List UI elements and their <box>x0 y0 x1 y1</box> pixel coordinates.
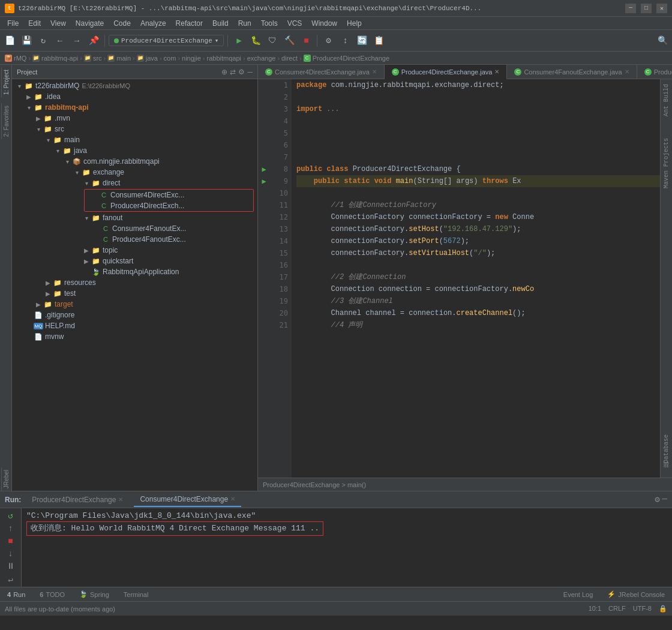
maven-projects-tab[interactable]: Maven Projects <box>662 136 671 191</box>
tree-item-target[interactable]: ▶ 📁 target <box>12 299 257 310</box>
tree-item-package[interactable]: ▾ 📦 com.ningjie.rabbitmqapi <box>12 156 257 167</box>
tree-item-rabbitmq-api[interactable]: ▾ 📁 rabbitmq-api <box>12 102 257 113</box>
menu-build[interactable]: Build <box>208 18 233 29</box>
bottom-tab-run[interactable]: 4 Run <box>0 589 32 601</box>
breadcrumb-com[interactable]: com <box>164 55 176 62</box>
tree-item-quickstart[interactable]: ▶ 📁 quickstart <box>12 256 257 266</box>
ant-build-tab[interactable]: Ant Build <box>662 82 671 119</box>
tab-producer-fanout[interactable]: C Producer4FanoutExchange.java ✕ <box>637 65 672 79</box>
breadcrumb-java[interactable]: 📁 java <box>137 55 158 62</box>
panel-close-btn[interactable]: ─ <box>247 68 253 76</box>
breadcrumb-rabbitmq-api[interactable]: 📁 rabbitmq-api <box>32 55 78 62</box>
menu-window[interactable]: Window <box>307 18 342 29</box>
tab-producer-direct[interactable]: C Producer4DirectExchange.java ✕ <box>385 65 508 79</box>
breadcrumb-ningjie[interactable]: ningjie <box>182 55 201 62</box>
tree-item-mvn[interactable]: ▶ 📁 .mvn <box>12 113 257 124</box>
bottom-tab-terminal[interactable]: Terminal <box>116 589 156 601</box>
tree-item-exchange[interactable]: ▾ 📁 exchange <box>12 167 257 178</box>
menu-code[interactable]: Code <box>109 18 136 29</box>
toolbar-save[interactable]: 💾 <box>19 34 34 48</box>
breadcrumb-src[interactable]: 📁 src <box>84 55 102 62</box>
status-crlf[interactable]: CRLF <box>608 605 626 613</box>
bottom-tab-todo[interactable]: 6 TODO <box>32 589 72 601</box>
tree-item-fanout[interactable]: ▾ 📁 fanout <box>12 212 257 223</box>
menu-vcs[interactable]: VCS <box>283 18 307 29</box>
toolbar-refresh[interactable]: ↻ <box>36 34 50 48</box>
tree-item-help[interactable]: MQ HELP.md <box>12 320 257 331</box>
tree-item-test[interactable]: ▶ 📁 test <box>12 288 257 299</box>
maximize-button[interactable]: □ <box>641 4 652 13</box>
run-configuration-selector[interactable]: Producer4DirectExchange ▾ <box>109 35 224 46</box>
database-tab[interactable]: Database <box>662 432 671 466</box>
menu-file[interactable]: File <box>2 18 23 29</box>
search-button[interactable]: 🔍 <box>655 34 670 48</box>
bottom-tab-spring[interactable]: 🍃 Spring <box>72 588 116 601</box>
tab-close-consumer-direct[interactable]: ✕ <box>372 68 377 75</box>
run-pause-btn[interactable]: ⏸ <box>4 562 18 572</box>
run-tab-consumer[interactable]: Consumer4DirectExchange ✕ <box>134 493 241 507</box>
menu-edit[interactable]: Edit <box>23 18 46 29</box>
run-settings-gear[interactable]: ⚙ <box>655 494 659 505</box>
menu-run[interactable]: Run <box>233 18 256 29</box>
close-button[interactable]: ✕ <box>656 4 667 13</box>
menu-help[interactable]: Help <box>342 18 367 29</box>
tree-item-application[interactable]: 🍃 RabbitmqApiApplication <box>12 266 257 277</box>
panel-settings-btn[interactable]: ⚙ <box>238 68 245 76</box>
breadcrumb-main[interactable]: 📁 main <box>107 55 131 62</box>
tab-close-producer-direct[interactable]: ✕ <box>494 68 499 75</box>
stop-button[interactable]: ■ <box>299 34 313 48</box>
tree-item-direct[interactable]: ▾ 📁 direct <box>12 178 257 188</box>
tree-item-root[interactable]: ▾ 📁 t226rabbirMQ E:\t226rabbirMQ <box>12 80 257 91</box>
bottom-tab-event-log[interactable]: Event Log <box>556 589 601 601</box>
right-side-extra-tab[interactable]: 辞 <box>661 470 672 475</box>
tree-item-producer-fanout[interactable]: C Producer4FanoutExc... <box>12 234 257 245</box>
build-button[interactable]: 🔨 <box>282 34 296 48</box>
toolbar-forward[interactable]: → <box>70 34 84 48</box>
panel-layout-btn[interactable]: ⇄ <box>230 68 236 76</box>
tree-item-gitignore[interactable]: 📄 .gitignore <box>12 310 257 320</box>
tab-close-consumer-fanout[interactable]: ✕ <box>625 68 629 75</box>
breadcrumb-rabbitmqapi[interactable]: rabbitmqapi <box>207 55 241 62</box>
run-stop-btn[interactable]: ■ <box>4 536 18 546</box>
menu-tools[interactable]: Tools <box>256 18 283 29</box>
status-line-col[interactable]: 10:1 <box>589 605 601 613</box>
breadcrumb-direct[interactable]: direct <box>281 55 298 62</box>
breadcrumb-exchange[interactable]: exchange <box>247 55 276 62</box>
history-button[interactable]: 📋 <box>371 34 386 48</box>
run-restart-btn[interactable]: ↺ <box>4 511 18 521</box>
panel-add-btn[interactable]: ⊕ <box>221 68 227 76</box>
tree-item-java[interactable]: ▾ 📁 java <box>12 145 257 156</box>
settings-button[interactable]: ⚙ <box>321 34 335 48</box>
run-tab-consumer-close[interactable]: ✕ <box>230 496 235 502</box>
tree-item-consumer-fanout[interactable]: C Consumer4FanoutEx... <box>12 223 257 234</box>
tree-item-mvnw[interactable]: 📄 mvnw <box>12 331 257 342</box>
tree-item-topic[interactable]: ▶ 📁 topic <box>12 245 257 256</box>
status-encoding[interactable]: UTF-8 <box>633 605 652 613</box>
run-scroll-down-btn[interactable]: ↓ <box>4 549 18 559</box>
toolbar-pin[interactable]: 📌 <box>86 34 101 48</box>
toolbar-new[interactable]: 📄 <box>2 34 17 48</box>
menu-view[interactable]: View <box>46 18 71 29</box>
coverage-button[interactable]: 🛡 <box>265 34 280 48</box>
toolbar-back[interactable]: ← <box>53 34 67 48</box>
run-tab-producer[interactable]: Producer4DirectExchange ✕ <box>26 493 129 506</box>
tree-item-main[interactable]: ▾ 📁 main <box>12 134 257 145</box>
debug-button[interactable]: 🐛 <box>248 34 263 48</box>
minimize-button[interactable]: ─ <box>625 4 636 13</box>
tree-item-resources[interactable]: ▶ 📁 resources <box>12 277 257 288</box>
bottom-tab-jrebel[interactable]: ⚡ JRebel Console <box>600 588 672 601</box>
run-softwrap-btn[interactable]: ↵ <box>4 574 18 584</box>
breadcrumb-producer[interactable]: C Producer4DirectExchange <box>304 55 389 62</box>
breadcrumb-rmq[interactable]: 📦 rMQ <box>5 55 26 62</box>
update-button[interactable]: 🔄 <box>355 34 369 48</box>
menu-navigate[interactable]: Navigate <box>71 18 109 29</box>
menu-refactor[interactable]: Refactor <box>171 18 208 29</box>
run-tab-producer-close[interactable]: ✕ <box>118 496 123 503</box>
tree-item-consumer-direct[interactable]: C Consumer4DirectExc... <box>85 190 253 200</box>
run-scroll-up-btn[interactable]: ↑ <box>4 523 18 533</box>
run-button[interactable]: ▶ <box>232 34 246 48</box>
tab-consumer-fanout[interactable]: C Consumer4FanoutExchange.java ✕ <box>507 65 637 79</box>
tree-item-producer-direct[interactable]: C Producer4DirectExch... <box>85 200 253 211</box>
menu-analyze[interactable]: Analyze <box>136 18 171 29</box>
project-tab[interactable]: 1: Project <box>1 67 11 97</box>
